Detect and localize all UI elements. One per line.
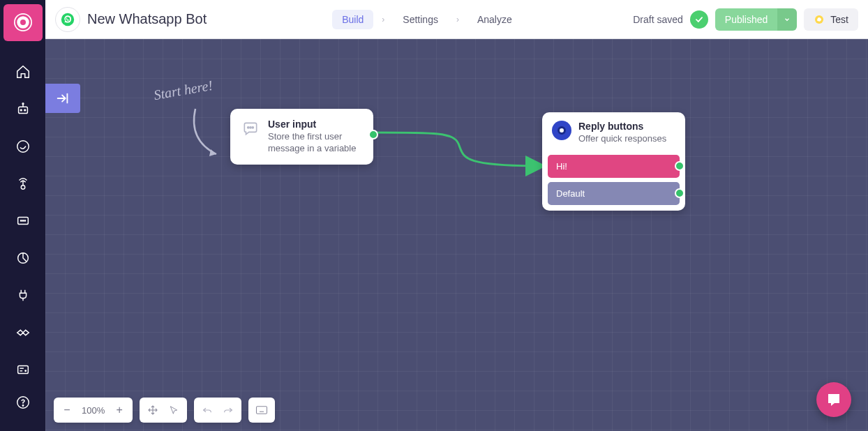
- whatsapp-logo-icon: [60, 12, 75, 27]
- svg-rect-3: [18, 107, 27, 113]
- node-user-input[interactable]: User input Store the first user message …: [230, 109, 373, 165]
- svg-point-12: [20, 220, 21, 220]
- home-icon: [15, 64, 31, 80]
- svg-point-5: [24, 109, 25, 111]
- sidebar-item-chat[interactable]: [8, 206, 38, 235]
- radio-button-icon: [552, 121, 571, 140]
- publish-more-button[interactable]: [777, 8, 797, 31]
- svg-point-28: [248, 127, 249, 128]
- output-port[interactable]: [675, 188, 684, 198]
- whatsapp-icon: [15, 139, 31, 154]
- svg-point-9: [21, 186, 25, 190]
- keyboard-shortcuts-button[interactable]: [251, 400, 272, 420]
- intercom-icon: [825, 391, 842, 408]
- chat-icon: [15, 213, 31, 229]
- svg-point-2: [20, 20, 26, 25]
- sidebar-item-bot[interactable]: [8, 95, 38, 123]
- open-blocks-drawer-button[interactable]: [45, 84, 80, 113]
- sidebar-item-analytics[interactable]: [8, 243, 38, 272]
- landbot-logo-icon: [12, 11, 34, 33]
- node-title: User input: [268, 119, 364, 130]
- svg-marker-27: [209, 149, 216, 156]
- zoom-group: − 100% +: [54, 398, 133, 423]
- sidebar-item-whatsapp[interactable]: [8, 132, 38, 160]
- node-title: Reply buttons: [578, 121, 666, 132]
- canvas-toolbar: − 100% +: [54, 398, 275, 423]
- reply-button-label: Hi!: [556, 161, 567, 172]
- sidebar-item-handshake[interactable]: [8, 318, 38, 347]
- move-icon: [147, 404, 158, 416]
- history-group: [194, 398, 241, 423]
- svg-rect-31: [257, 407, 267, 414]
- pan-tool-button[interactable]: [142, 400, 163, 420]
- robot-icon: [15, 102, 31, 117]
- svg-point-30: [252, 127, 253, 128]
- pie-chart-icon: [15, 250, 31, 266]
- sidebar-item-help[interactable]: [8, 388, 38, 417]
- svg-point-8: [17, 141, 29, 153]
- svg-point-7: [22, 103, 24, 104]
- svg-rect-16: [17, 366, 28, 374]
- keyboard-icon: [255, 405, 268, 415]
- app-logo[interactable]: [3, 4, 43, 41]
- crumb-sep-icon: ›: [382, 15, 384, 24]
- bot-title[interactable]: New Whatsapp Bot: [87, 11, 207, 27]
- svg-point-23: [66, 17, 70, 21]
- flow-canvas[interactable]: Start here!: [45, 39, 868, 431]
- start-arrow-icon: [181, 102, 237, 165]
- test-button[interactable]: Test: [804, 8, 858, 31]
- chevron-down-icon: [784, 16, 791, 23]
- svg-point-19: [24, 370, 25, 371]
- svg-point-21: [22, 405, 23, 406]
- reply-button-label: Default: [556, 188, 585, 199]
- svg-point-29: [250, 127, 251, 128]
- help-icon: [15, 395, 31, 410]
- node-subtitle: Offer quick responses: [578, 133, 666, 145]
- reply-button-hi[interactable]: Hi!: [548, 155, 680, 178]
- keyboard-group: [248, 398, 275, 423]
- form-icon: [15, 362, 31, 377]
- header: New Whatsapp Bot Build › Settings › Anal…: [45, 0, 868, 39]
- publish-button[interactable]: Published: [715, 8, 778, 31]
- draft-status: Draft saved: [633, 14, 683, 25]
- sidebar-item-integrations[interactable]: [8, 281, 38, 310]
- channel-whatsapp-icon: [55, 7, 80, 32]
- sidebar-item-home[interactable]: [8, 58, 38, 86]
- tab-settings[interactable]: Settings: [393, 10, 448, 29]
- tab-analyze[interactable]: Analyze: [467, 10, 522, 29]
- undo-button[interactable]: [197, 400, 218, 420]
- publish-button-group: Published: [715, 8, 798, 31]
- svg-point-14: [24, 220, 25, 220]
- svg-point-13: [22, 220, 23, 220]
- saved-check-icon: [690, 10, 708, 29]
- handshake-icon: [15, 325, 31, 340]
- crumb-sep-icon: ›: [456, 15, 459, 24]
- arrow-to-line-icon: [55, 91, 70, 106]
- select-tool-button[interactable]: [163, 400, 184, 420]
- zoom-in-button[interactable]: +: [109, 400, 130, 420]
- speech-bubble-icon: [240, 119, 261, 139]
- whatsapp-small-icon: [814, 14, 825, 25]
- output-port[interactable]: [368, 130, 378, 139]
- sidebar-item-form[interactable]: [8, 355, 38, 384]
- svg-point-4: [20, 109, 22, 111]
- main-area: New Whatsapp Bot Build › Settings › Anal…: [45, 0, 868, 431]
- broadcast-icon: [15, 176, 31, 191]
- test-label: Test: [830, 14, 848, 25]
- output-port[interactable]: [675, 161, 684, 171]
- redo-icon: [223, 404, 234, 416]
- zoom-value: 100%: [77, 405, 109, 416]
- chat-fab-button[interactable]: [816, 382, 851, 417]
- tab-build[interactable]: Build: [332, 10, 373, 29]
- cursor-icon: [169, 405, 179, 415]
- zoom-out-button[interactable]: −: [57, 400, 77, 420]
- undo-icon: [202, 404, 213, 416]
- redo-button[interactable]: [218, 400, 239, 420]
- sidebar-item-broadcast[interactable]: [8, 169, 38, 198]
- sidebar: [0, 0, 45, 431]
- node-reply-buttons[interactable]: Reply buttons Offer quick responses Hi! …: [542, 112, 685, 211]
- start-here-label: Start here!: [153, 77, 214, 103]
- reply-button-default[interactable]: Default: [548, 182, 680, 205]
- tool-group: [140, 398, 187, 423]
- header-tabs: Build › Settings › Analyze: [332, 10, 522, 29]
